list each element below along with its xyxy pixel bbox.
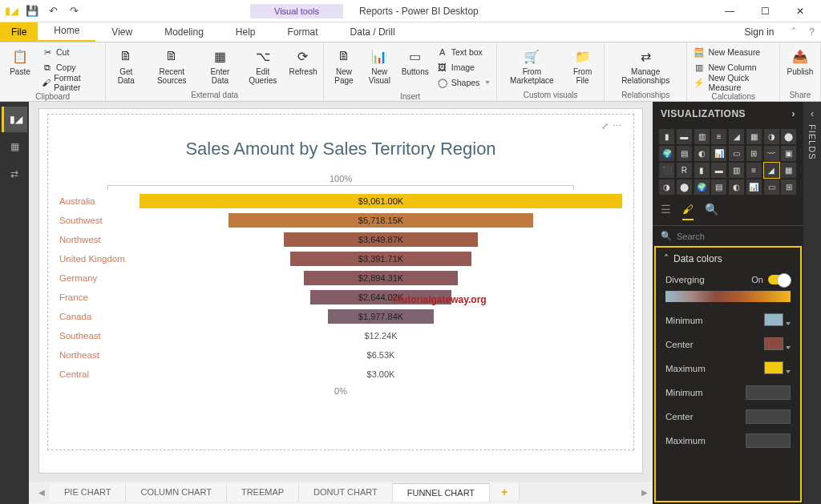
minimum-color-swatch[interactable] (764, 313, 791, 328)
viz-type-icon[interactable]: ≡ (711, 129, 726, 144)
viz-type-icon[interactable]: ◑ (659, 179, 674, 195)
viz-type-icon[interactable]: R (677, 163, 692, 178)
shapes-button[interactable]: ◯Shapes (437, 75, 491, 90)
new-page-button[interactable]: 🗎New Page (327, 44, 361, 87)
viz-type-icon[interactable]: ▤ (711, 179, 726, 195)
new-quick-measure-button[interactable]: ⚡New Quick Measure (694, 75, 773, 90)
get-data-button[interactable]: 🗎Get Data (109, 44, 143, 87)
minimum-value-input[interactable] (746, 385, 791, 400)
viz-type-icon[interactable]: ▣ (781, 146, 796, 161)
new-measure-button[interactable]: 🧮New Measure (694, 45, 773, 59)
funnel-bar[interactable]: $3,649.87K (284, 232, 478, 247)
fields-tab-icon[interactable]: ☰ (661, 203, 671, 220)
section-header[interactable]: ˄Data colors (656, 248, 800, 270)
format-search[interactable]: 🔍 Search (653, 226, 803, 246)
viz-type-icon[interactable]: ⬤ (781, 129, 796, 144)
viz-type-icon[interactable]: ◢ (729, 129, 744, 144)
viz-type-icon[interactable]: ◢ (764, 163, 779, 178)
minimize-button[interactable]: — (712, 0, 747, 22)
from-marketplace-button[interactable]: 🛒From Marketplace (500, 44, 563, 87)
viz-type-icon[interactable]: ▭ (764, 179, 779, 195)
tab-format[interactable]: Format (272, 22, 334, 42)
page-tab[interactable]: COLUMN CHART (126, 483, 226, 502)
viz-type-icon[interactable]: ▮ (694, 163, 710, 178)
funnel-bar[interactable]: $2,894.31K (304, 271, 458, 285)
tab-modeling[interactable]: Modeling (148, 22, 220, 42)
viz-type-icon[interactable]: ▮ (659, 129, 674, 144)
funnel-bar[interactable]: $3,391.71K (290, 252, 471, 266)
viz-type-icon[interactable]: 🌍 (659, 146, 674, 161)
sign-in-link[interactable]: Sign in (734, 22, 786, 42)
viz-type-icon[interactable]: 〰 (764, 146, 779, 161)
report-canvas[interactable]: ⤢ ⋯ Sales Amount by Sales Territory Regi… (29, 102, 653, 482)
fields-pane-collapsed[interactable]: ‹ FIELDS (803, 102, 821, 504)
paste-button[interactable]: 📋Paste (3, 44, 37, 78)
page-tab[interactable]: PIE CHART (50, 483, 126, 502)
tab-view[interactable]: View (95, 22, 148, 42)
center-value-input[interactable] (746, 409, 791, 424)
viz-type-icon[interactable]: ▬ (677, 129, 692, 144)
viz-type-icon[interactable]: ⊞ (781, 179, 796, 195)
manage-relationships-button[interactable]: ⇄Manage Relationships (608, 44, 684, 87)
scroll-left-icon[interactable]: ◀ (34, 488, 50, 497)
data-view-icon[interactable]: ▦ (2, 134, 27, 159)
maximize-button[interactable]: ☐ (747, 0, 783, 22)
save-icon[interactable]: 💾 (24, 3, 40, 19)
funnel-bar[interactable]: $1,977.84K (328, 309, 433, 324)
collapse-pane-icon[interactable]: › (792, 108, 796, 119)
maximum-color-swatch[interactable] (764, 361, 791, 376)
viz-type-icon[interactable]: ≡ (746, 163, 762, 178)
edit-queries-button[interactable]: ⌥Edit Queries (241, 44, 285, 87)
viz-type-icon[interactable]: ▭ (729, 146, 744, 161)
viz-type-icon[interactable]: ◐ (694, 146, 710, 161)
from-file-button[interactable]: 📁From File (564, 44, 601, 87)
viz-type-icon[interactable]: ⬤ (677, 179, 692, 195)
viz-type-icon[interactable]: ▬ (711, 163, 726, 178)
tab-home[interactable]: Home (38, 21, 95, 42)
collapse-ribbon-icon[interactable]: ˄ (785, 22, 803, 42)
viz-type-icon[interactable]: ◐ (729, 179, 744, 195)
viz-type-icon[interactable]: ⬛ (659, 163, 674, 178)
buttons-button[interactable]: ▭Buttons (398, 44, 432, 78)
viz-type-icon[interactable]: ⊞ (746, 146, 762, 161)
page-tab[interactable]: DONUT CHART (299, 483, 393, 502)
new-visual-button[interactable]: 📊New Visual (362, 44, 397, 87)
viz-type-icon[interactable]: ▥ (694, 129, 710, 144)
enter-data-button[interactable]: ▦Enter Data (200, 44, 239, 87)
viz-type-icon[interactable]: ▥ (729, 163, 744, 178)
funnel-bar[interactable]: $5,718.15K (229, 213, 533, 228)
tab-help[interactable]: Help (220, 22, 272, 42)
funnel-bar[interactable]: $2,644.02K (310, 290, 451, 304)
undo-icon[interactable]: ↶ (45, 3, 61, 19)
close-button[interactable]: ✕ (783, 0, 818, 22)
report-view-icon[interactable]: ▮◢ (2, 107, 27, 132)
funnel-bar[interactable]: $3.00K (378, 367, 383, 381)
analytics-tab-icon[interactable]: 🔍 (705, 203, 718, 220)
diverging-toggle[interactable]: On (751, 275, 791, 284)
page-tab[interactable]: TREEMAP (227, 483, 299, 502)
tab-file[interactable]: File (0, 22, 38, 42)
viz-type-icon[interactable]: ◑ (764, 129, 779, 144)
format-tab-icon[interactable]: 🖌 (682, 203, 694, 220)
expand-fields-icon[interactable]: ‹ (811, 108, 814, 119)
viz-type-icon[interactable]: ▦ (781, 163, 796, 178)
funnel-visual[interactable]: ⤢ ⋯ Sales Amount by Sales Territory Regi… (47, 114, 634, 450)
viz-type-icon[interactable]: ▤ (677, 146, 692, 161)
page-tab[interactable]: FUNNEL CHART (393, 483, 490, 502)
format-painter-button[interactable]: 🖌Format Painter (42, 75, 99, 90)
funnel-bar[interactable]: $9,061.00K (140, 194, 622, 208)
scroll-right-icon[interactable]: ▶ (637, 488, 653, 497)
tab-datadrill[interactable]: Data / Drill (334, 22, 411, 42)
viz-type-icon[interactable]: 📊 (746, 179, 762, 195)
publish-button[interactable]: 📤Publish (783, 44, 817, 78)
add-page-button[interactable]: + (490, 483, 520, 501)
center-color-swatch[interactable] (764, 337, 791, 352)
recent-sources-button[interactable]: 🗎Recent Sources (144, 44, 199, 87)
refresh-button[interactable]: ⟳Refresh (286, 44, 320, 78)
help-icon[interactable]: ? (803, 22, 821, 42)
model-view-icon[interactable]: ⇄ (2, 161, 27, 187)
viz-type-icon[interactable]: ▦ (746, 129, 762, 144)
image-button[interactable]: 🖼Image (437, 60, 491, 75)
funnel-bar[interactable]: $6.53K (378, 348, 383, 362)
redo-icon[interactable]: ↷ (66, 3, 82, 19)
